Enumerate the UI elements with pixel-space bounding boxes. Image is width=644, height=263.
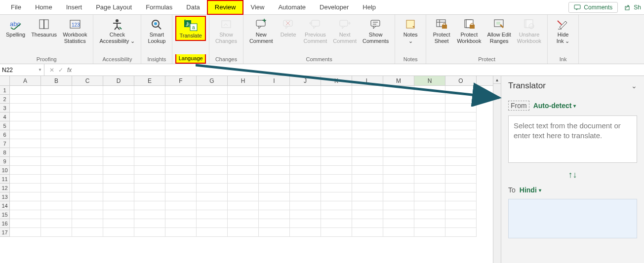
- cell[interactable]: [72, 219, 103, 228]
- cell[interactable]: [352, 104, 383, 113]
- row-header[interactable]: 14: [0, 201, 10, 210]
- cell[interactable]: [165, 130, 197, 139]
- cell[interactable]: [321, 192, 352, 201]
- cell[interactable]: [41, 148, 72, 157]
- cell[interactable]: [134, 175, 165, 184]
- cell[interactable]: [414, 104, 445, 113]
- cell[interactable]: [445, 192, 477, 201]
- cell[interactable]: [72, 201, 103, 210]
- cell[interactable]: [414, 121, 445, 130]
- cell[interactable]: [72, 210, 103, 219]
- cell[interactable]: [134, 184, 165, 192]
- cell[interactable]: [103, 95, 134, 104]
- cell[interactable]: [165, 148, 197, 157]
- cell[interactable]: [197, 228, 228, 237]
- cell[interactable]: [259, 104, 290, 113]
- cell[interactable]: [383, 86, 414, 95]
- cell[interactable]: [165, 228, 197, 237]
- cell[interactable]: [10, 139, 41, 148]
- cell[interactable]: [165, 113, 197, 121]
- cell[interactable]: [103, 113, 134, 121]
- cell[interactable]: [290, 121, 321, 130]
- cell[interactable]: [445, 148, 477, 157]
- cell[interactable]: [103, 184, 134, 192]
- tab-file[interactable]: File: [4, 0, 28, 15]
- cell[interactable]: [134, 139, 165, 148]
- cell[interactable]: [259, 86, 290, 95]
- show-button[interactable]: Show Comments: [360, 16, 392, 45]
- cell[interactable]: [352, 113, 383, 121]
- cell[interactable]: [103, 130, 134, 139]
- cell[interactable]: [41, 175, 72, 184]
- cell[interactable]: [321, 86, 352, 95]
- cell[interactable]: [383, 157, 414, 166]
- column-header[interactable]: L: [352, 76, 383, 85]
- formula-input[interactable]: [77, 64, 644, 75]
- cell[interactable]: [10, 130, 41, 139]
- cell[interactable]: [72, 228, 103, 237]
- cell[interactable]: [103, 228, 134, 237]
- cell[interactable]: [352, 228, 383, 237]
- cell[interactable]: [103, 210, 134, 219]
- cell[interactable]: [72, 192, 103, 201]
- cell[interactable]: [290, 139, 321, 148]
- check-button[interactable]: Check Accessibility ⌄: [96, 16, 138, 45]
- tab-page-layout[interactable]: Page Layout: [89, 0, 139, 15]
- fx-icon[interactable]: fx: [67, 67, 72, 74]
- cell[interactable]: [414, 175, 445, 184]
- cell[interactable]: [228, 228, 259, 237]
- cell[interactable]: [10, 157, 41, 166]
- cell[interactable]: [383, 95, 414, 104]
- share-button[interactable]: Sh: [622, 2, 644, 12]
- cell[interactable]: [165, 139, 197, 148]
- cell[interactable]: [321, 219, 352, 228]
- cell[interactable]: [352, 219, 383, 228]
- column-header[interactable]: F: [165, 76, 197, 85]
- cell[interactable]: [290, 113, 321, 121]
- tab-developer[interactable]: Developer: [313, 0, 356, 15]
- cell[interactable]: [383, 210, 414, 219]
- cell[interactable]: [41, 121, 72, 130]
- cell[interactable]: [414, 228, 445, 237]
- row-header[interactable]: 13: [0, 192, 10, 201]
- cell[interactable]: [103, 139, 134, 148]
- cell[interactable]: [445, 104, 477, 113]
- cell[interactable]: [259, 175, 290, 184]
- cell[interactable]: [259, 130, 290, 139]
- cell[interactable]: [228, 166, 259, 175]
- cell[interactable]: [259, 210, 290, 219]
- cell[interactable]: [134, 130, 165, 139]
- cell[interactable]: [134, 157, 165, 166]
- cell[interactable]: [445, 139, 477, 148]
- cell[interactable]: [259, 113, 290, 121]
- cell[interactable]: [228, 121, 259, 130]
- cell[interactable]: [197, 192, 228, 201]
- cell[interactable]: [165, 219, 197, 228]
- cell[interactable]: [290, 175, 321, 184]
- cell[interactable]: [414, 113, 445, 121]
- cell[interactable]: [165, 201, 197, 210]
- cell[interactable]: [414, 192, 445, 201]
- cell[interactable]: [134, 210, 165, 219]
- cell[interactable]: [41, 184, 72, 192]
- cell[interactable]: [72, 139, 103, 148]
- row-header[interactable]: 15: [0, 210, 10, 219]
- cell[interactable]: [414, 201, 445, 210]
- cell[interactable]: [352, 192, 383, 201]
- cell[interactable]: [72, 95, 103, 104]
- cell[interactable]: [197, 201, 228, 210]
- cell[interactable]: [445, 121, 477, 130]
- cell[interactable]: [383, 201, 414, 210]
- cell[interactable]: [103, 175, 134, 184]
- cell[interactable]: [134, 192, 165, 201]
- protect-button[interactable]: Protect Sheet: [429, 16, 454, 45]
- cell[interactable]: [321, 113, 352, 121]
- row-header[interactable]: 4: [0, 113, 10, 121]
- cell[interactable]: [352, 130, 383, 139]
- cell[interactable]: [383, 166, 414, 175]
- cell[interactable]: [321, 148, 352, 157]
- cell[interactable]: [290, 228, 321, 237]
- cell[interactable]: [352, 210, 383, 219]
- cell[interactable]: [352, 95, 383, 104]
- cell[interactable]: [228, 192, 259, 201]
